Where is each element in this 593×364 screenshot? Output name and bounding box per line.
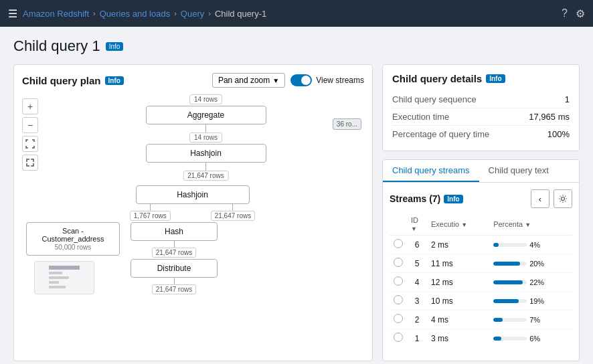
- sort-pct-icon: ▼: [525, 221, 531, 228]
- zoom-controls: + −: [22, 98, 38, 171]
- details-row-execution: Execution time 17,965 ms: [392, 108, 570, 126]
- table-row[interactable]: 1 3 ms 6%: [390, 329, 572, 348]
- col-header-id[interactable]: ID ▼: [407, 213, 427, 236]
- row-radio-5[interactable]: [394, 333, 403, 342]
- col-header-percent[interactable]: Percenta ▼: [489, 213, 572, 236]
- row-id-1: 5: [407, 254, 427, 273]
- row-exec-3: 10 ms: [427, 292, 489, 310]
- dropdown-arrow-icon: ▼: [272, 77, 279, 84]
- truncation-badge: 36 ro...: [333, 118, 361, 130]
- page-info-badge[interactable]: Info: [106, 42, 124, 51]
- table-row[interactable]: 2 4 ms 7%: [390, 310, 572, 329]
- connector-dist: [174, 278, 175, 284]
- breadcrumb-query[interactable]: Query: [181, 9, 204, 19]
- breadcrumb-queries[interactable]: Queries and loads: [100, 9, 171, 19]
- row-radio-1[interactable]: [394, 258, 403, 267]
- streams-controls: ‹: [531, 189, 572, 208]
- row-pct-0: 4%: [489, 236, 572, 254]
- sort-exec-icon: ▼: [461, 221, 467, 228]
- svg-rect-3: [49, 281, 59, 284]
- row-label-21k-mid: 21,647 rows: [211, 211, 255, 221]
- breadcrumb-sep-3: ›: [208, 9, 211, 17]
- menu-icon[interactable]: ☰: [8, 7, 17, 20]
- view-streams-switch[interactable]: [290, 74, 312, 86]
- row-exec-2: 12 ms: [427, 273, 489, 292]
- row-id-5: 1: [407, 329, 427, 348]
- hashjoin-node-top: Hashjoin: [146, 144, 266, 163]
- table-row[interactable]: 6 2 ms 4%: [390, 236, 572, 254]
- view-streams-label: View streams: [316, 76, 364, 85]
- details-row-sequence: Child query sequence 1: [392, 91, 570, 108]
- row-radio-0[interactable]: [394, 239, 403, 248]
- breadcrumb: Amazon Redshift › Queries and loads › Qu…: [23, 9, 266, 19]
- scan-customer-node: Scan - Customer_address50,000 rows: [26, 222, 120, 256]
- table-row[interactable]: 5 11 ms 20%: [390, 254, 572, 273]
- breadcrumb-redshift[interactable]: Amazon Redshift: [23, 9, 89, 19]
- hashjoin-node-mid: Hashjoin: [136, 185, 250, 204]
- connector-2: [205, 163, 206, 171]
- connector-hash: [174, 241, 175, 248]
- zoom-out-button[interactable]: −: [22, 117, 38, 133]
- row-pct-5: 6%: [489, 329, 572, 348]
- right-panel: Child query details Info Child query seq…: [382, 64, 580, 361]
- tab-text[interactable]: Child query text: [479, 160, 558, 182]
- tab-streams[interactable]: Child query streams: [383, 160, 479, 182]
- row-id-0: 6: [407, 236, 427, 254]
- streams-prev-button[interactable]: ‹: [531, 189, 549, 208]
- view-streams-toggle: View streams: [290, 74, 364, 86]
- row-label-21k-top: 21,647 rows: [183, 171, 228, 181]
- settings-icon[interactable]: ⚙: [576, 7, 585, 20]
- streams-settings-button[interactable]: [554, 189, 572, 208]
- streams-table: ID ▼ Executio ▼ Percenta ▼: [390, 213, 572, 347]
- col-header-execution[interactable]: Executio ▼: [427, 213, 489, 236]
- details-row-percentage: Percentage of query time 100%: [392, 126, 570, 143]
- zoom-in-button[interactable]: +: [22, 98, 38, 114]
- plan-diagram: 36 ro... 14 rows Aggregate 14 rows Hashj…: [48, 94, 364, 294]
- panel-title: Child query plan Info: [22, 75, 124, 86]
- streams-header: Streams (7) Info ‹: [390, 189, 572, 208]
- row-pct-3: 19%: [489, 292, 572, 310]
- row-id-4: 2: [407, 310, 427, 329]
- plan-info-badge[interactable]: Info: [105, 76, 124, 85]
- svg-point-5: [562, 197, 565, 201]
- row-exec-0: 2 ms: [427, 236, 489, 254]
- row-radio-4[interactable]: [394, 314, 403, 323]
- row-pct-4: 7%: [489, 310, 572, 329]
- tabs-card: Child query streams Child query text Str…: [382, 159, 580, 361]
- connector-1: [205, 124, 206, 132]
- row-exec-1: 11 ms: [427, 254, 489, 273]
- row-id-3: 3: [407, 292, 427, 310]
- table-thumbnail: [34, 261, 94, 294]
- row-pct-2: 22%: [489, 273, 572, 292]
- fit-screen-button[interactable]: [22, 136, 38, 152]
- row-label-14b: 14 rows: [189, 132, 222, 143]
- svg-rect-4: [49, 286, 66, 288]
- page-title: Child query 1 Info: [13, 37, 580, 55]
- breadcrumb-sep-2: ›: [174, 9, 177, 17]
- connector-left-1: [150, 204, 151, 211]
- details-info-badge[interactable]: Info: [486, 74, 505, 83]
- streams-title: Streams (7) Info: [390, 193, 463, 204]
- row-label-21k-bot: 21,647 rows: [152, 248, 196, 258]
- table-row[interactable]: 3 10 ms 19%: [390, 292, 572, 310]
- pan-zoom-button[interactable]: Pan and zoom ▼: [212, 73, 285, 88]
- expand-button[interactable]: [22, 155, 38, 171]
- toggle-knob: [301, 76, 311, 85]
- row-exec-4: 4 ms: [427, 310, 489, 329]
- svg-rect-0: [49, 266, 80, 270]
- distribute-node: Distribute: [131, 259, 218, 278]
- details-card: Child query details Info Child query seq…: [382, 64, 580, 151]
- svg-rect-2: [49, 276, 69, 279]
- tabs-header: Child query streams Child query text: [383, 160, 579, 183]
- streams-info-badge[interactable]: Info: [444, 195, 462, 203]
- row-radio-2[interactable]: [394, 276, 403, 286]
- panel-controls: Pan and zoom ▼ View streams: [212, 73, 364, 88]
- question-icon[interactable]: ?: [562, 7, 568, 20]
- tab-streams-content: Streams (7) Info ‹: [383, 183, 579, 361]
- svg-rect-1: [49, 272, 62, 274]
- table-row[interactable]: 4 12 ms 22%: [390, 273, 572, 292]
- panel-header: Child query plan Info Pan and zoom ▼ Vie…: [22, 73, 364, 88]
- row-exec-5: 3 ms: [427, 329, 489, 348]
- top-settings: ? ⚙: [562, 7, 585, 20]
- row-radio-3[interactable]: [394, 295, 403, 304]
